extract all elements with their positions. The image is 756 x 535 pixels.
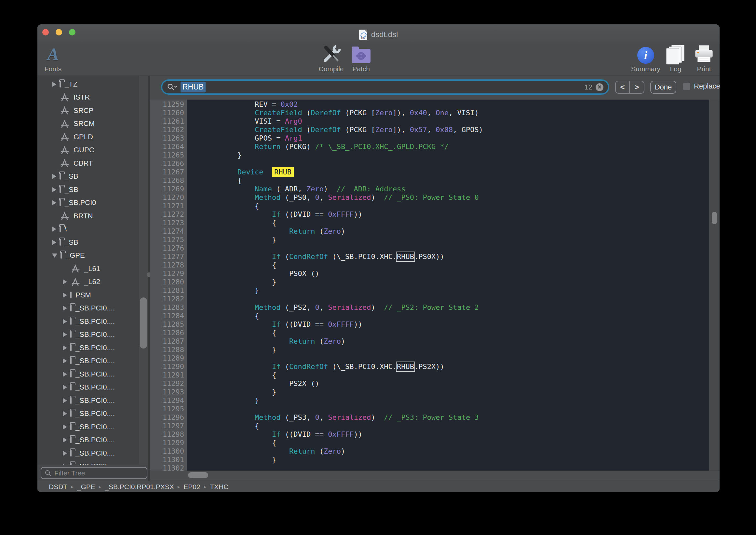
disclosure-triangle-icon[interactable] — [63, 398, 67, 403]
title-bar[interactable]: DSL dsdt.dsl — [38, 25, 719, 44]
disclosure-triangle-icon[interactable] — [52, 227, 56, 232]
tree-item-sbpci0[interactable]: _SB.PCI0.... — [38, 381, 139, 394]
match-count: 12 — [584, 83, 592, 92]
tree-item-sbpci0[interactable]: _SB.PCI0.... — [38, 407, 139, 420]
print-button[interactable]: Print — [690, 44, 717, 75]
find-input[interactable]: RHUB 12 ✕ — [161, 79, 609, 95]
tree-item-sbpci0[interactable]: _SB.PCI0.... — [38, 328, 139, 341]
disclosure-triangle-icon[interactable] — [63, 279, 67, 284]
summary-button[interactable]: i Summary — [630, 44, 662, 75]
tree-item-sbpci0[interactable]: _SB.PCI0.... — [38, 460, 139, 465]
tree-item-sbpci0[interactable]: _SB.PCI0.... — [38, 420, 139, 434]
tree-item-l62[interactable]: _L62 — [38, 275, 139, 289]
tree-item-sbpci0[interactable]: _SB.PCI0.... — [38, 446, 139, 460]
find-previous-button[interactable]: < — [616, 81, 630, 93]
tree-scrollbar[interactable] — [139, 76, 148, 481]
tree-item-label: _SB.PCI0.... — [75, 357, 115, 365]
code-horizontal-scrollbar[interactable] — [149, 470, 719, 479]
namespace-tree[interactable]: _TZISTRSRCPSRCMGPLDGUPCCBRT_SB_SB_SB.PCI… — [38, 76, 139, 465]
scope-folder-icon — [70, 319, 71, 324]
tree-item-sbpci0[interactable]: _SB.PCI0.... — [38, 315, 139, 328]
compile-tools-icon — [321, 44, 341, 65]
fonts-button[interactable]: A Fonts — [40, 44, 66, 75]
tree-item-srcm[interactable]: SRCM — [38, 117, 139, 130]
breadcrumb-item[interactable]: DSDT — [49, 483, 68, 491]
line-number: 11302 — [149, 464, 184, 470]
disclosure-triangle-icon[interactable] — [63, 451, 67, 456]
tree-item-istr[interactable]: ISTR — [38, 91, 139, 104]
disclosure-triangle-icon[interactable] — [63, 332, 67, 337]
disclosure-triangle-icon[interactable] — [52, 174, 56, 179]
tree-item-sbpci0[interactable]: _SB.PCI0.... — [38, 302, 139, 315]
tree-item-label: _SB.PCI0.... — [75, 436, 115, 444]
find-next-button[interactable]: > — [630, 81, 644, 93]
disclosure-triangle-icon[interactable] — [52, 187, 56, 192]
tree-item-l61[interactable]: _L61 — [38, 262, 139, 275]
code-editor[interactable]: REV = 0x02 CreateField (DerefOf (PCKG [Z… — [187, 99, 709, 470]
compile-button[interactable]: Compile — [315, 44, 347, 75]
code-horizontal-scrollbar-thumb[interactable] — [188, 472, 208, 478]
disclosure-triangle-icon[interactable] — [63, 306, 67, 311]
done-button[interactable]: Done — [650, 81, 676, 94]
line-number: 11281 — [149, 286, 184, 295]
tree-item-label: BRTN — [73, 212, 93, 220]
code-vertical-scrollbar[interactable] — [709, 99, 719, 470]
replace-checkbox[interactable] — [683, 83, 690, 90]
tree-item-label: _SB.PCI0.... — [75, 396, 115, 405]
line-number: 11285 — [149, 320, 184, 329]
code-vertical-scrollbar-thumb[interactable] — [712, 212, 717, 224]
disclosure-triangle-icon[interactable] — [63, 372, 67, 377]
disclosure-triangle-icon[interactable] — [63, 424, 67, 430]
disclosure-triangle-icon[interactable] — [63, 319, 67, 324]
scope-folder-icon — [70, 332, 71, 337]
tree-item-cbrt[interactable]: CBRT — [38, 156, 139, 170]
tree-item-gpe[interactable]: _GPE — [38, 249, 139, 262]
disclosure-triangle-icon[interactable] — [52, 200, 56, 205]
line-number: 11266 — [149, 159, 184, 168]
patch-button[interactable]: Patch — [345, 44, 377, 75]
tree-item-brtn[interactable]: BRTN — [38, 209, 139, 223]
line-number: 11299 — [149, 439, 184, 447]
code-line: PS0X () — [203, 269, 709, 278]
tree-item-sbpci0[interactable]: _SB.PCI0.... — [38, 434, 139, 447]
disclosure-triangle-icon[interactable] — [63, 437, 67, 442]
line-number: 11272 — [149, 210, 184, 219]
tree-item-psm[interactable]: PSM — [38, 288, 139, 302]
disclosure-triangle-icon[interactable] — [52, 240, 56, 245]
disclosure-triangle-icon[interactable] — [63, 293, 67, 298]
disclosure-triangle-icon[interactable] — [52, 82, 56, 87]
disclosure-triangle-icon[interactable] — [63, 411, 67, 416]
clear-search-button[interactable]: ✕ — [596, 83, 604, 91]
tree-item-srcp[interactable]: SRCP — [38, 104, 139, 117]
log-button[interactable]: Log — [661, 44, 690, 75]
tree-item-sbpci0[interactable]: _SB.PCI0 — [38, 196, 139, 210]
disclosure-triangle-icon[interactable] — [63, 385, 67, 390]
breadcrumb-item[interactable]: _GPE — [77, 483, 95, 491]
tree-item-sbpci0[interactable]: _SB.PCI0.... — [38, 367, 139, 381]
tree-item-gpld[interactable]: GPLD — [38, 130, 139, 144]
find-match-outline: RHUB — [397, 362, 414, 371]
tree-item-sb[interactable]: _SB — [38, 236, 139, 249]
disclosure-triangle-icon[interactable] — [63, 358, 67, 363]
breadcrumb-item[interactable]: EP02 — [183, 483, 200, 491]
tree-item-sbpci0[interactable]: _SB.PCI0.... — [38, 354, 139, 368]
scope-folder-icon — [70, 371, 71, 377]
breadcrumb-item[interactable]: TXHC — [210, 483, 229, 491]
tree-item-sbpci0[interactable]: _SB.PCI0.... — [38, 394, 139, 407]
tree-item-[interactable]: \ — [38, 223, 139, 236]
scope-folder-icon — [70, 424, 71, 430]
filter-tree-input[interactable]: Filter Tree — [40, 467, 148, 479]
line-number: 11260 — [149, 109, 184, 117]
tree-item-gupc[interactable]: GUPC — [38, 144, 139, 157]
line-number: 11297 — [149, 422, 184, 430]
disclosure-triangle-icon[interactable] — [63, 345, 67, 351]
breadcrumb-separator-icon: ▸ — [204, 484, 206, 490]
code-line: GPOS = Arg1 — [203, 134, 709, 143]
tree-item-sbpci0[interactable]: _SB.PCI0.... — [38, 341, 139, 354]
breadcrumb-item[interactable]: _SB.PCI0.RP01.PXSX — [105, 483, 174, 491]
tree-item-sb[interactable]: _SB — [38, 183, 139, 196]
tree-item-sb[interactable]: _SB — [38, 170, 139, 183]
disclosure-triangle-icon[interactable] — [52, 254, 57, 258]
tree-scrollbar-thumb[interactable] — [140, 297, 147, 349]
tree-item-tz[interactable]: _TZ — [38, 77, 139, 91]
